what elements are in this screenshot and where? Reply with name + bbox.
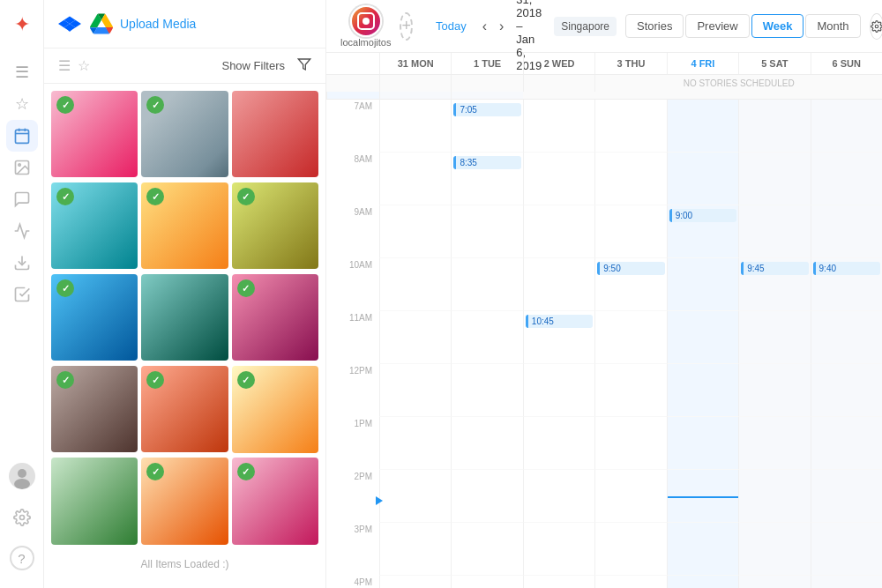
- next-button[interactable]: ›: [496, 15, 507, 38]
- cal-cell[interactable]: [594, 470, 666, 523]
- cal-cell[interactable]: [523, 576, 594, 588]
- cal-cell[interactable]: 9:50: [594, 258, 666, 311]
- chat-icon[interactable]: [6, 183, 38, 215]
- cal-cell[interactable]: [523, 417, 594, 470]
- cal-cell[interactable]: [738, 576, 810, 588]
- photo-item[interactable]: ✓: [232, 182, 318, 269]
- cal-cell[interactable]: [379, 258, 451, 311]
- photo-item[interactable]: [141, 274, 228, 361]
- show-filters-label[interactable]: Show Filters: [221, 59, 285, 72]
- cal-cell[interactable]: [738, 523, 810, 576]
- photo-item[interactable]: ✓: [51, 91, 138, 177]
- today-button[interactable]: Today: [429, 16, 474, 36]
- cal-cell[interactable]: [451, 523, 522, 576]
- calendar-event[interactable]: 10:45: [526, 315, 593, 328]
- cal-cell[interactable]: [379, 100, 451, 153]
- photo-item[interactable]: ✓: [51, 182, 138, 269]
- calendar-event[interactable]: 9:50: [597, 262, 664, 275]
- account-avatar[interactable]: [350, 5, 382, 37]
- filter-icon[interactable]: [297, 57, 311, 74]
- cal-cell[interactable]: [594, 311, 666, 364]
- cal-cell[interactable]: [667, 364, 738, 417]
- menu-icon[interactable]: ☰: [6, 56, 38, 88]
- cal-cell[interactable]: [594, 153, 666, 205]
- calendar-event[interactable]: 9:00: [669, 209, 736, 222]
- cal-cell[interactable]: 7:05: [451, 100, 522, 153]
- upload-media-button[interactable]: Upload Media: [120, 17, 196, 31]
- cal-cell[interactable]: [523, 100, 594, 153]
- cal-cell[interactable]: 9:40: [811, 258, 882, 311]
- calendar-event[interactable]: 8:35: [453, 156, 520, 169]
- cal-cell[interactable]: [667, 470, 738, 523]
- cal-cell[interactable]: [811, 153, 882, 205]
- cal-cell[interactable]: 8:35: [451, 153, 522, 205]
- photo-item[interactable]: ✓: [232, 458, 318, 544]
- cal-cell[interactable]: [594, 100, 666, 153]
- star-filter-icon[interactable]: ☆: [78, 57, 90, 74]
- cal-cell[interactable]: 10:45: [523, 311, 594, 364]
- cal-cell[interactable]: [667, 258, 738, 311]
- cal-cell[interactable]: [379, 470, 451, 523]
- photo-item[interactable]: ✓: [141, 182, 228, 269]
- dropbox-icon[interactable]: [58, 12, 81, 35]
- cal-cell[interactable]: [811, 576, 882, 588]
- cal-cell[interactable]: [811, 311, 882, 364]
- help-icon[interactable]: ?: [10, 546, 34, 570]
- cal-cell[interactable]: [594, 417, 666, 470]
- cal-cell[interactable]: [667, 311, 738, 364]
- prev-button[interactable]: ‹: [479, 15, 490, 38]
- calendar-icon[interactable]: [6, 120, 38, 152]
- add-account-button[interactable]: +: [400, 12, 413, 41]
- cal-cell[interactable]: [451, 311, 522, 364]
- image-icon[interactable]: [6, 152, 38, 183]
- cal-cell[interactable]: [667, 523, 738, 576]
- cal-cell[interactable]: [667, 417, 738, 470]
- cal-cell[interactable]: [738, 417, 810, 470]
- view-month-button[interactable]: Month: [805, 14, 860, 38]
- cal-cell[interactable]: [451, 205, 522, 258]
- cal-cell[interactable]: [738, 205, 810, 258]
- cal-cell[interactable]: [523, 205, 594, 258]
- cal-cell[interactable]: 9:00: [667, 205, 738, 258]
- cal-cell[interactable]: [811, 523, 882, 576]
- cal-cell[interactable]: [594, 205, 666, 258]
- photo-item[interactable]: ✓: [51, 274, 138, 361]
- photo-item[interactable]: ✓: [141, 458, 228, 544]
- cal-cell[interactable]: [738, 470, 810, 523]
- analytics-icon[interactable]: [6, 215, 38, 247]
- download-icon[interactable]: [6, 247, 38, 279]
- cal-cell[interactable]: [379, 523, 451, 576]
- photo-item[interactable]: ✓: [232, 366, 318, 452]
- settings-icon[interactable]: [6, 502, 38, 533]
- view-week-button[interactable]: Week: [751, 14, 804, 38]
- view-preview-button[interactable]: Preview: [685, 14, 749, 38]
- photo-item[interactable]: [51, 458, 138, 544]
- photo-item[interactable]: ✓: [51, 366, 138, 452]
- star-icon[interactable]: ☆: [6, 88, 38, 120]
- hamburger-icon[interactable]: ☰: [58, 57, 71, 74]
- calendar-event[interactable]: 9:45: [741, 262, 808, 275]
- cal-cell[interactable]: [667, 153, 738, 205]
- photo-item[interactable]: ✓: [232, 274, 318, 361]
- photo-item[interactable]: ✓: [141, 91, 228, 177]
- cal-cell[interactable]: [811, 470, 882, 523]
- cal-cell[interactable]: [523, 153, 594, 205]
- cal-cell[interactable]: [594, 576, 666, 588]
- cal-cell[interactable]: [594, 364, 666, 417]
- photo-item[interactable]: ✓: [141, 366, 228, 452]
- view-stories-button[interactable]: Stories: [625, 14, 684, 38]
- cal-cell[interactable]: [451, 417, 522, 470]
- cal-cell[interactable]: [379, 417, 451, 470]
- cal-cell[interactable]: [738, 364, 810, 417]
- cal-cell[interactable]: [379, 205, 451, 258]
- google-drive-icon[interactable]: [90, 12, 113, 35]
- cal-cell[interactable]: [523, 470, 594, 523]
- cal-cell[interactable]: [811, 364, 882, 417]
- cal-cell[interactable]: [738, 311, 810, 364]
- cal-cell[interactable]: [379, 576, 451, 588]
- cal-cell[interactable]: [738, 153, 810, 205]
- cal-cell[interactable]: [379, 364, 451, 417]
- cal-cell[interactable]: [594, 523, 666, 576]
- calendar-settings-button[interactable]: [870, 13, 882, 40]
- calendar-event[interactable]: 9:40: [813, 262, 880, 275]
